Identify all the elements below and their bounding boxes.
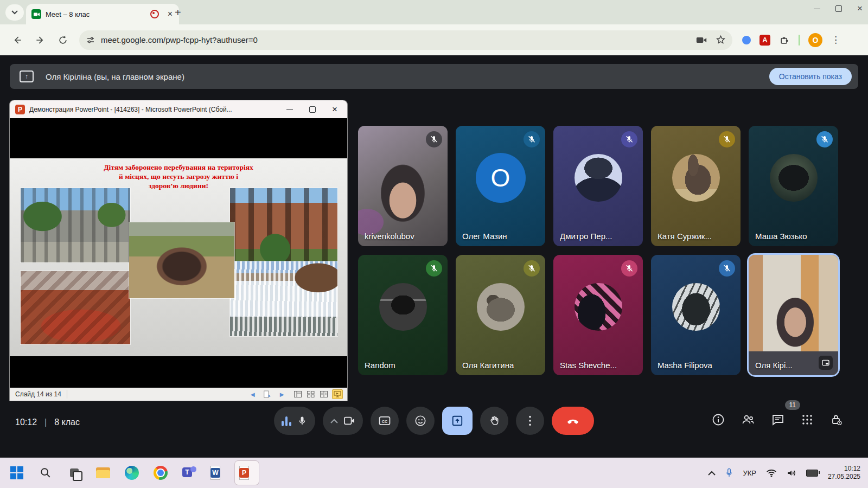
muted-mic-icon xyxy=(719,260,735,277)
window-close-button[interactable]: × xyxy=(857,3,863,14)
battery-icon[interactable] xyxy=(806,470,818,477)
activities-button[interactable] xyxy=(801,413,814,426)
browser-toolbar: meet.google.com/pwp-fcpp-hyt?authuser=0 … xyxy=(0,24,868,55)
language-indicator[interactable]: УКР xyxy=(743,469,756,477)
present-now-button[interactable] xyxy=(442,407,473,435)
address-bar[interactable]: meet.google.com/pwp-fcpp-hyt?authuser=0 xyxy=(79,30,732,50)
participant-name: Оля Кірі... xyxy=(755,361,793,370)
reactions-button[interactable] xyxy=(406,407,435,435)
chevron-up-icon[interactable] xyxy=(330,419,338,423)
camera-button[interactable] xyxy=(323,407,363,435)
site-settings-icon[interactable] xyxy=(86,35,95,45)
participant-count-badge: 11 xyxy=(785,400,800,410)
presenting-banner: ↑ Оля Кіріліна (вы, на главном экране) О… xyxy=(10,64,858,89)
windows-logo-icon xyxy=(10,466,23,479)
ppt-close-button[interactable]: × xyxy=(332,104,337,115)
tray-chevron-up-icon[interactable] xyxy=(708,471,716,476)
participant-tile[interactable]: Stas Shevche... xyxy=(553,255,643,375)
pip-button[interactable] xyxy=(819,356,833,370)
powerpoint-window[interactable]: P Демонстрация PowerPoint - [414263] - M… xyxy=(10,100,347,401)
photo-sinkhole xyxy=(129,222,234,298)
adobe-acrobat-extension-icon[interactable]: A xyxy=(760,35,770,46)
participant-tile[interactable]: Masha Filipova xyxy=(651,255,741,375)
slideshow-view-button[interactable] xyxy=(332,389,343,399)
tray-clock[interactable]: 10:12 27.05.2025 xyxy=(828,465,860,481)
participant-name: Stas Shevche... xyxy=(560,361,617,370)
participant-name: Оля Кагитина xyxy=(462,361,514,370)
present-icon xyxy=(451,415,463,427)
edge-icon xyxy=(125,466,139,480)
microphone-button[interactable] xyxy=(274,407,315,435)
normal-view-button[interactable] xyxy=(293,390,303,399)
extensions-puzzle-icon[interactable] xyxy=(779,35,790,46)
browser-tab-meet[interactable]: Meet – 8 клас × xyxy=(26,4,179,24)
new-tab-button[interactable]: + xyxy=(175,7,181,19)
extension-blue-dot-icon[interactable] xyxy=(742,36,751,44)
meeting-name: 8 клас xyxy=(54,418,80,427)
powerpoint-titlebar[interactable]: P Демонстрация PowerPoint - [414263] - M… xyxy=(10,100,347,118)
statusbar-separator xyxy=(67,390,67,399)
stop-presenting-button[interactable]: Остановить показ xyxy=(769,68,852,85)
next-slide-button[interactable]: ► xyxy=(278,390,285,399)
chrome-button[interactable] xyxy=(149,461,173,485)
avatar xyxy=(672,283,720,331)
taskbar-search-button[interactable] xyxy=(34,461,58,485)
wifi-icon[interactable] xyxy=(766,469,777,477)
tab-search-button[interactable] xyxy=(5,4,24,21)
window-minimize-button[interactable] xyxy=(814,9,820,9)
participant-tile[interactable]: Оля Кагитина xyxy=(456,255,545,375)
hand-icon xyxy=(488,415,500,427)
tray-mic-icon[interactable] xyxy=(725,468,733,478)
powerpoint-button[interactable]: P xyxy=(235,461,259,485)
back-button[interactable] xyxy=(12,35,23,46)
ppt-minimize-button[interactable] xyxy=(286,109,293,110)
ppt-maximize-button[interactable] xyxy=(309,106,316,113)
volume-icon[interactable] xyxy=(787,469,796,477)
meeting-details-button[interactable] xyxy=(712,413,725,426)
tab-close-button[interactable]: × xyxy=(167,10,174,18)
avatar xyxy=(379,283,427,331)
tab-capture-icon[interactable] xyxy=(696,36,707,44)
participant-tile[interactable]: Random xyxy=(358,255,448,375)
teams-button[interactable]: T xyxy=(177,461,201,485)
powerpoint-app-icon: P xyxy=(15,105,25,114)
muted-mic-icon xyxy=(621,131,637,147)
people-button[interactable] xyxy=(741,413,755,426)
file-explorer-button[interactable] xyxy=(91,461,115,485)
participant-tile[interactable]: Катя Суржик... xyxy=(651,126,741,246)
bookmark-star-icon[interactable] xyxy=(716,35,726,45)
teams-icon: T xyxy=(182,466,196,479)
previous-slide-button[interactable]: ◄ xyxy=(249,390,256,399)
reload-button[interactable] xyxy=(58,35,68,46)
participant-tile[interactable]: Маша Зюзько xyxy=(749,126,838,246)
participant-tile[interactable]: OОлег Мазин xyxy=(456,126,545,246)
chat-button[interactable] xyxy=(771,413,784,426)
host-controls-button[interactable] xyxy=(830,413,843,426)
participant-tile[interactable]: krivenkolubov xyxy=(358,126,448,246)
raise-hand-button[interactable] xyxy=(480,407,508,435)
profile-avatar[interactable]: O xyxy=(808,33,822,47)
url-text[interactable]: meet.google.com/pwp-fcpp-hyt?authuser=0 xyxy=(101,35,691,44)
edge-button[interactable] xyxy=(120,461,144,485)
end-call-button[interactable] xyxy=(552,407,594,435)
captions-button[interactable]: CC xyxy=(371,407,399,435)
participant-tile[interactable]: Дмитро Пер... xyxy=(553,126,643,246)
meet-favicon-icon xyxy=(31,9,41,19)
word-button[interactable]: W xyxy=(206,461,230,485)
more-options-button[interactable] xyxy=(516,407,544,435)
meeting-info: 10:12 | 8 клас xyxy=(15,418,80,427)
participant-grid: krivenkolubovOОлег МазинДмитро Пер...Кат… xyxy=(358,126,838,375)
audio-level-icon xyxy=(282,415,291,426)
slide-menu-icon[interactable] xyxy=(264,390,271,399)
browser-menu-button[interactable]: ⋮ xyxy=(831,34,840,46)
start-button[interactable] xyxy=(5,461,29,485)
reading-view-button[interactable] xyxy=(319,390,329,399)
mic-icon xyxy=(297,415,308,426)
forward-button[interactable] xyxy=(35,35,46,46)
avatar xyxy=(575,154,622,202)
tab-title: Meet – 8 клас xyxy=(46,10,146,18)
slide-sorter-view-button[interactable] xyxy=(306,390,316,399)
task-view-button[interactable] xyxy=(62,461,86,485)
participant-tile[interactable]: Оля Кірі... xyxy=(749,255,838,375)
window-maximize-button[interactable] xyxy=(835,5,842,12)
